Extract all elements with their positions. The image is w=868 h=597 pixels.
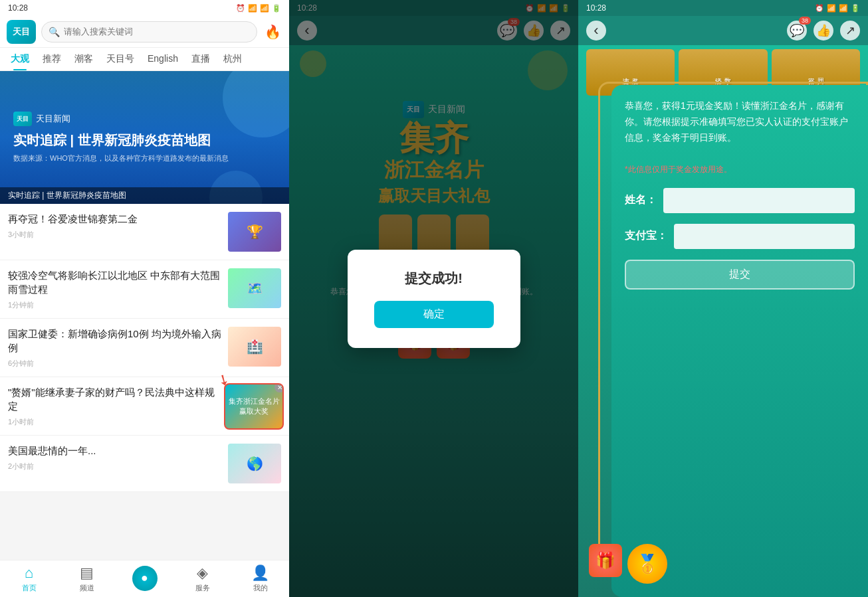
news-item-time: 2小时前 — [8, 462, 221, 471]
news-item[interactable]: 国家卫健委：新增确诊病例10例 均为境外输入病例 6分钟前 🏥 — [0, 319, 289, 377]
p3-status-bar: 10:28 ⏰ 📶 📶 🔋 — [578, 0, 868, 16]
p3-like-icon[interactable]: 👍 — [814, 21, 833, 41]
reward-alipay-input[interactable] — [674, 224, 855, 249]
news-item-title: 较强冷空气将影响长江以北地区 中东部有大范围雨雪过程 — [8, 268, 221, 296]
news-item-text: 再夺冠！谷爱凌世锦赛第二金 3小时前 — [8, 212, 221, 240]
ad-overlay[interactable]: ✕ 集齐浙江金名片赢取大奖 — [224, 383, 284, 430]
panel1-app: 10:28 ⏰ 📶 📶 🔋 天目 🔍 🔥 大观 推荐 潮客 天目号 Englis… — [0, 0, 289, 597]
mine-icon: 👤 — [251, 564, 269, 582]
panel2-app: 10:28 ⏰ 📶 📶 🔋 ‹ 💬 38 👍 ↗ 天目 天目 — [289, 0, 578, 597]
bottom-nav-channel-label: 频道 — [80, 583, 94, 593]
fire-icon[interactable]: 🔥 — [263, 22, 282, 42]
news-item-time: 1小时前 — [8, 417, 221, 427]
content-area: 天目 天目新闻 实时追踪 | 世界新冠肺炎疫苗地图 数据来源：WHO官方消息，以… — [0, 71, 289, 560]
news-item-text: 较强冷空气将影响长江以北地区 中东部有大范围雨雪过程 1分钟前 — [8, 268, 221, 310]
hero-banner-inner: 天目 天目新闻 实时追踪 | 世界新冠肺炎疫苗地图 数据来源：WHO官方消息，以… — [0, 71, 289, 204]
status-bar-1: 10:28 ⏰ 📶 📶 🔋 — [0, 0, 289, 16]
nav-tab-hangzhou[interactable]: 杭州 — [217, 48, 249, 70]
bottom-nav: ⌂ 首页 ▤ 频道 ● ◈ 服务 👤 我的 — [0, 560, 289, 597]
app-logo: 天目 — [7, 20, 36, 44]
bottom-nav-home-label: 首页 — [22, 583, 37, 593]
p3-bottom-gifts: 🎁 🥇 — [589, 544, 667, 584]
bottom-nav-mine-label: 我的 — [253, 583, 268, 593]
channel-icon: ▤ — [80, 564, 94, 582]
hero-banner[interactable]: 天目 天目新闻 实时追踪 | 世界新冠肺炎疫苗地图 数据来源：WHO官方消息，以… — [0, 71, 289, 204]
news-item-text: 美国最悲情的一年... 2小时前 — [8, 444, 221, 471]
news-item-title: 国家卫健委：新增确诊病例10例 均为境外输入病例 — [8, 327, 221, 355]
nav-tab-zhibo[interactable]: 直播 — [185, 48, 217, 70]
nav-tab-daguang[interactable]: 大观 — [4, 48, 36, 70]
p3-message-icon[interactable]: 💬 38 — [787, 21, 807, 41]
p3-badge: 38 — [799, 17, 811, 25]
news-item-text: 国家卫健委：新增确诊病例10例 均为境外输入病例 6分钟前 — [8, 327, 221, 369]
bottom-nav-service[interactable]: ◈ 服务 — [173, 564, 231, 593]
news-item[interactable]: 美国最悲情的一年... 2小时前 🌎 — [0, 436, 289, 492]
news-item-title: 再夺冠！谷爱凌世锦赛第二金 — [8, 212, 221, 226]
time-1: 10:28 — [8, 3, 28, 13]
reward-submit-button[interactable]: 提交 — [625, 260, 855, 290]
bottom-nav-service-label: 服务 — [195, 583, 210, 593]
p3-top-bar: ‹ 💬 38 👍 ↗ — [578, 16, 868, 45]
dialog-box: 提交成功! 确定 — [348, 250, 520, 348]
news-item-title: "赘婿"能继承妻子家的财产吗？民法典中这样规定 — [8, 385, 221, 413]
reward-desc: 恭喜您，获得1元现金奖励！读懂浙江金名片，感谢有你。请您根据提示准确填写您已实人… — [625, 98, 855, 177]
p3-share-icon[interactable]: ↗ — [840, 21, 860, 41]
news-thumb-img: 🏥 — [228, 327, 281, 367]
hero-caption: 实时追踪 | 世界新冠肺炎疫苗地图 — [0, 187, 289, 204]
nav-tabs: 大观 推荐 潮客 天目号 English 直播 杭州 — [0, 48, 289, 71]
p3-medal: 🥇 — [627, 544, 667, 584]
p3-gift-box-1: 🎁 — [589, 544, 622, 577]
app-header: 天目 🔍 🔥 — [0, 16, 289, 48]
ad-close-icon[interactable]: ✕ — [274, 383, 284, 392]
bottom-nav-home[interactable]: ⌂ 首页 — [0, 564, 58, 593]
dialog-confirm-button[interactable]: 确定 — [374, 301, 494, 328]
news-thumb-img: 🏆 — [228, 212, 281, 252]
reward-panel: 恭喜您，获得1元现金奖励！读懂浙江金名片，感谢有你。请您根据提示准确填写您已实人… — [611, 85, 868, 597]
p3-bg-area: 名胜古迹 数字经济 共同富裕 恭喜您，获得1元现金奖励！读懂浙江金名片，感谢有你… — [578, 45, 868, 597]
news-thumb-img: 🌎 — [228, 444, 281, 483]
reward-alipay-label: 支付宝： — [625, 229, 667, 243]
news-item-title: 美国最悲情的一年... — [8, 444, 221, 458]
bottom-nav-mine[interactable]: 👤 我的 — [231, 564, 289, 593]
news-thumb: 🏥 — [228, 327, 281, 367]
search-bar[interactable]: 🔍 — [41, 21, 257, 43]
news-thumb: 🏆 — [228, 212, 281, 252]
news-thumb: 🗺️ — [228, 268, 281, 308]
search-input[interactable] — [64, 27, 250, 37]
news-list: 再夺冠！谷爱凌世锦赛第二金 3小时前 🏆 较强冷空气将影响长江以北地区 中东部有… — [0, 204, 289, 492]
news-thumb: 🌎 — [228, 444, 281, 483]
news-item-time: 6分钟前 — [8, 359, 221, 369]
p3-back-button[interactable]: ‹ — [586, 21, 606, 41]
bottom-nav-center[interactable]: ● — [116, 566, 173, 592]
p3-time: 10:28 — [586, 3, 606, 13]
reward-name-input[interactable] — [663, 188, 855, 213]
search-icon: 🔍 — [49, 27, 60, 37]
nav-tab-english[interactable]: English — [141, 48, 185, 70]
panel3-app: 10:28 ⏰ 📶 📶 🔋 ‹ 💬 38 👍 ↗ 名胜古迹 数字经济 — [578, 0, 868, 597]
news-item-time: 1分钟前 — [8, 300, 221, 310]
nav-tab-chaoke[interactable]: 潮客 — [68, 48, 100, 70]
center-icon: ● — [132, 566, 158, 591]
ad-text: 集齐浙江金名片赢取大奖 — [229, 396, 280, 416]
news-item[interactable]: 较强冷空气将影响长江以北地区 中东部有大范围雨雪过程 1分钟前 🗺️ — [0, 260, 289, 319]
reward-name-row: 姓名： — [625, 188, 855, 213]
hero-logo-label: 天目新闻 — [36, 113, 70, 125]
p3-status-icons: ⏰ 📶 📶 🔋 — [815, 4, 860, 13]
news-item-text: "赘婿"能继承妻子家的财产吗？民法典中这样规定 1小时前 — [8, 385, 221, 427]
service-icon: ◈ — [197, 564, 208, 582]
dialog-overlay: 提交成功! 确定 — [289, 0, 578, 597]
dialog-title: 提交成功! — [405, 270, 463, 288]
reward-alipay-row: 支付宝： — [625, 224, 855, 249]
news-item[interactable]: 再夺冠！谷爱凌世锦赛第二金 3小时前 🏆 — [0, 204, 289, 260]
nav-tab-tuijian[interactable]: 推荐 — [36, 48, 68, 70]
bottom-nav-channel[interactable]: ▤ 频道 — [58, 564, 116, 593]
hero-subtitle: 数据来源：WHO官方消息，以及各种官方科学道路发布的最新消息 — [13, 153, 276, 163]
hero-logo-small: 天目 — [13, 112, 32, 126]
hero-title: 实时追踪 | 世界新冠肺炎疫苗地图 — [13, 131, 276, 149]
p3-top-icons: 💬 38 👍 ↗ — [787, 21, 860, 41]
status-icons-1: ⏰ 📶 📶 🔋 — [236, 4, 281, 13]
nav-tab-tianmuhao[interactable]: 天目号 — [100, 48, 141, 70]
news-item-with-ad[interactable]: "赘婿"能继承妻子家的财产吗？民法典中这样规定 1小时前 📜 ➘ ✕ 集齐浙江金… — [0, 377, 289, 436]
home-icon: ⌂ — [25, 564, 33, 582]
news-item-time: 3小时前 — [8, 230, 221, 240]
